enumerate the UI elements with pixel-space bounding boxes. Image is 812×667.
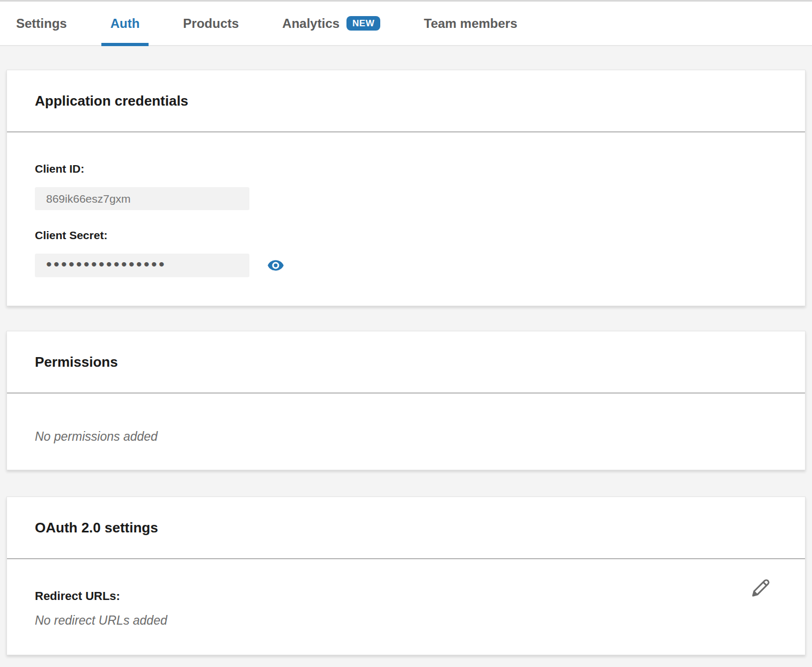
client-secret-field[interactable]: ••••••••••••••••	[35, 254, 249, 277]
client-id-field[interactable]: 869ik66esz7gxm	[35, 187, 249, 210]
tab-products[interactable]: Products	[174, 2, 248, 45]
auth-tab-content: Application credentials Client ID: 869ik…	[0, 46, 812, 655]
oauth-settings-card: OAuth 2.0 settings Redirect URLs: No red…	[6, 496, 806, 655]
permissions-title: Permissions	[35, 354, 118, 370]
redirect-urls-empty-message: No redirect URLs added	[35, 613, 777, 628]
client-secret-masked-value: ••••••••••••••••	[46, 256, 166, 272]
tab-team-members-label: Team members	[424, 16, 517, 31]
tab-auth[interactable]: Auth	[101, 2, 149, 45]
tab-settings-label: Settings	[16, 16, 67, 31]
tab-analytics-label: Analytics	[282, 16, 339, 31]
eye-icon	[267, 257, 284, 274]
application-credentials-card: Application credentials Client ID: 869ik…	[6, 70, 806, 306]
application-credentials-title: Application credentials	[35, 93, 188, 109]
permissions-card: Permissions No permissions added	[6, 331, 806, 470]
permissions-header: Permissions	[7, 331, 805, 394]
redirect-urls-label: Redirect URLs:	[35, 589, 777, 603]
client-id-label: Client ID:	[35, 162, 777, 176]
client-id-value: 869ik66esz7gxm	[46, 192, 131, 205]
oauth-settings-body: Redirect URLs: No redirect URLs added	[7, 559, 805, 655]
tab-bar: Settings Auth Products Analytics NEW Tea…	[0, 0, 812, 46]
new-badge: NEW	[346, 16, 380, 31]
permissions-empty-message: No permissions added	[35, 429, 777, 444]
client-secret-label: Client Secret:	[35, 228, 777, 242]
client-secret-row: ••••••••••••••••	[35, 254, 777, 277]
application-credentials-header: Application credentials	[7, 70, 805, 132]
tab-auth-label: Auth	[110, 16, 140, 31]
application-credentials-body: Client ID: 869ik66esz7gxm Client Secret:…	[7, 132, 805, 306]
tab-team-members[interactable]: Team members	[415, 2, 526, 45]
reveal-secret-button[interactable]	[267, 257, 284, 274]
pencil-icon	[749, 577, 772, 599]
permissions-body: No permissions added	[7, 394, 805, 470]
oauth-settings-title: OAuth 2.0 settings	[35, 520, 158, 536]
tab-analytics[interactable]: Analytics NEW	[273, 2, 389, 45]
edit-redirect-urls-button[interactable]	[749, 577, 772, 599]
tab-settings[interactable]: Settings	[7, 2, 76, 45]
oauth-settings-header: OAuth 2.0 settings	[7, 497, 805, 559]
tab-products-label: Products	[183, 16, 239, 31]
